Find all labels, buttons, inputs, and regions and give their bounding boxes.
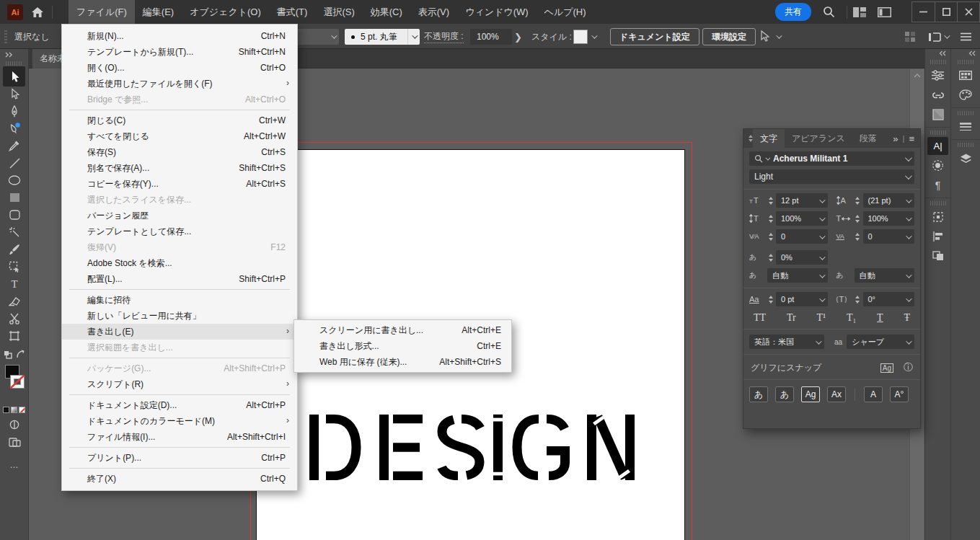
workspace-icon[interactable] xyxy=(928,32,948,43)
font-size-field[interactable]: 12 pt xyxy=(776,193,828,208)
menu-item[interactable]: 選択範囲を書き出し... xyxy=(62,340,297,355)
scroll-up-icon[interactable] xyxy=(914,73,921,79)
chevron-down-icon[interactable] xyxy=(412,32,418,38)
menubar-item[interactable]: 書式(T) xyxy=(269,0,316,24)
menu-item[interactable]: ファイル情報(I)...Alt+Shift+Ctrl+I xyxy=(62,429,297,445)
hamburger-menu-icon[interactable] xyxy=(961,32,971,41)
menubar-item[interactable]: オブジェクト(O) xyxy=(182,0,269,24)
panel-collapse-icon[interactable] xyxy=(743,129,753,148)
opacity-label[interactable]: 不透明度 : xyxy=(424,30,464,43)
aki-left-dropdown[interactable]: 自動 xyxy=(767,268,828,283)
arrange-documents-icon[interactable] xyxy=(853,7,866,17)
type-style-button[interactable]: T xyxy=(877,312,883,324)
menu-item[interactable]: バージョン履歴 xyxy=(62,208,297,223)
type-style-button[interactable]: Ŧ xyxy=(904,312,910,324)
tab-appearance[interactable]: アピアランス xyxy=(785,129,852,148)
color-panel-icon[interactable] xyxy=(951,85,980,105)
menu-item[interactable]: 書き出し形式...Ctrl+E xyxy=(294,338,511,354)
glyph-toggle-button[interactable]: Ag xyxy=(801,386,820,402)
menu-item[interactable]: 復帰(V)F12 xyxy=(62,239,297,255)
menu-item[interactable]: Bridge で参照...Alt+Ctrl+O xyxy=(62,92,297,107)
menubar-item[interactable]: ヘルプ(H) xyxy=(537,0,594,24)
menubar-item[interactable]: ウィンドウ(W) xyxy=(457,0,536,24)
menu-item[interactable]: パッケージ(G)...Alt+Shift+Ctrl+P xyxy=(62,360,297,376)
menu-item[interactable]: 編集に招待 xyxy=(62,292,297,308)
brush-definition-dropdown[interactable]: 5 pt. 丸筆 xyxy=(345,29,420,45)
horizontal-scale-field[interactable]: 100% xyxy=(863,211,915,226)
font-style-dropdown[interactable]: Light xyxy=(749,169,914,184)
dock-grip[interactable] xyxy=(958,60,974,64)
menu-item[interactable]: 選択したスライスを保存... xyxy=(62,192,297,208)
dock-grip[interactable] xyxy=(958,143,974,147)
grid-icon[interactable] xyxy=(904,31,916,43)
menubar-item[interactable]: 選択(S) xyxy=(315,0,362,24)
pathfinder-panel-icon[interactable] xyxy=(925,246,950,265)
selection-tool[interactable] xyxy=(0,68,29,85)
color-mode-buttons[interactable] xyxy=(0,407,28,413)
share-button[interactable]: 共有 xyxy=(775,3,811,21)
menu-item[interactable]: 書き出し(E)› xyxy=(62,324,297,340)
gradient-button[interactable] xyxy=(11,407,17,413)
info-icon[interactable]: ⓘ xyxy=(904,361,913,374)
dock-grip[interactable] xyxy=(958,111,974,115)
panel-menu-icon[interactable]: ≡ xyxy=(909,133,914,144)
menu-item[interactable]: 最近使用したファイルを開く(F)› xyxy=(62,76,297,92)
dock-collapse-icon[interactable] xyxy=(951,49,980,58)
type-style-button[interactable]: Tr xyxy=(787,312,796,324)
menu-item[interactable]: プリント(P)...Ctrl+P xyxy=(62,450,297,466)
toolbar-grip[interactable] xyxy=(6,61,23,66)
type-style-button[interactable]: T¹ xyxy=(816,312,826,324)
opacity-field[interactable]: 100% xyxy=(470,29,512,45)
workspace-switcher-icon[interactable] xyxy=(878,7,891,17)
search-icon[interactable] xyxy=(823,6,835,18)
menubar-item[interactable]: 編集(E) xyxy=(135,0,182,24)
menu-item[interactable]: 別名で保存(A)...Shift+Ctrl+S xyxy=(62,160,297,176)
vertical-scale-field[interactable]: 100% xyxy=(776,211,828,226)
minimize-button[interactable] xyxy=(912,2,935,22)
menu-item[interactable]: テンプレートとして保存... xyxy=(62,223,297,239)
tsume-field[interactable]: 0% xyxy=(776,250,828,265)
properties-panel-icon[interactable] xyxy=(925,66,950,85)
glyph-toggle-button[interactable]: あ xyxy=(775,386,794,402)
rotation-field[interactable]: 0° xyxy=(863,292,915,306)
close-button[interactable] xyxy=(957,2,979,22)
fill-stroke-control[interactable] xyxy=(0,363,29,404)
dock-collapse-icon[interactable] xyxy=(925,49,950,58)
eyedropper-tool[interactable] xyxy=(0,137,29,154)
dock-grip[interactable] xyxy=(930,130,946,135)
baseline-shift-field[interactable]: 0 pt xyxy=(776,292,828,306)
type-style-button[interactable]: T₁ xyxy=(847,312,856,324)
antialias-dropdown[interactable]: シャープ xyxy=(847,335,914,349)
leading-field[interactable]: (21 pt) xyxy=(863,193,915,208)
menubar-item[interactable]: ファイル(F) xyxy=(69,0,135,24)
libraries-panel-icon[interactable] xyxy=(925,85,950,105)
more-tools-button[interactable]: … xyxy=(0,456,29,474)
color-button[interactable] xyxy=(3,407,9,413)
pen-tool[interactable] xyxy=(0,102,29,120)
tab-paragraph[interactable]: 段落 xyxy=(852,129,884,148)
font-family-dropdown[interactable]: Acherus Militant 1 xyxy=(749,151,914,166)
isolate-selection-icon[interactable] xyxy=(759,29,780,45)
font-size-stepper[interactable] xyxy=(767,197,774,205)
none-button[interactable] xyxy=(19,407,25,413)
maximize-button[interactable] xyxy=(935,2,957,22)
menu-item[interactable]: スクリプト(R)› xyxy=(62,376,297,392)
preferences-button[interactable]: 環境設定 xyxy=(702,28,756,45)
glyph-toggle-button[interactable]: A° xyxy=(890,386,909,402)
swap-fill-stroke[interactable] xyxy=(0,349,28,362)
scissors-tool[interactable] xyxy=(0,310,29,327)
menu-item[interactable]: 配置(L)...Shift+Ctrl+P xyxy=(62,271,297,287)
magic-wand-tool[interactable] xyxy=(0,223,29,241)
layers-panel-icon[interactable] xyxy=(951,149,980,168)
paintbrush-tool[interactable] xyxy=(0,241,29,258)
leading-stepper[interactable] xyxy=(855,197,861,205)
glyph-toggle-button[interactable]: A xyxy=(864,386,883,402)
transform-panel-icon[interactable] xyxy=(925,207,950,226)
menu-item[interactable]: すべてを閉じるAlt+Ctrl+W xyxy=(62,128,297,144)
shape-builder-tool[interactable] xyxy=(0,416,29,433)
toolbar-expand-icon[interactable] xyxy=(0,49,28,60)
glyph-toggle-button[interactable]: あ xyxy=(749,386,768,402)
eraser-tool[interactable] xyxy=(0,293,29,310)
menu-item[interactable]: 開く(O)...Ctrl+O xyxy=(62,60,297,76)
menubar-item[interactable]: 表示(V) xyxy=(410,0,457,24)
